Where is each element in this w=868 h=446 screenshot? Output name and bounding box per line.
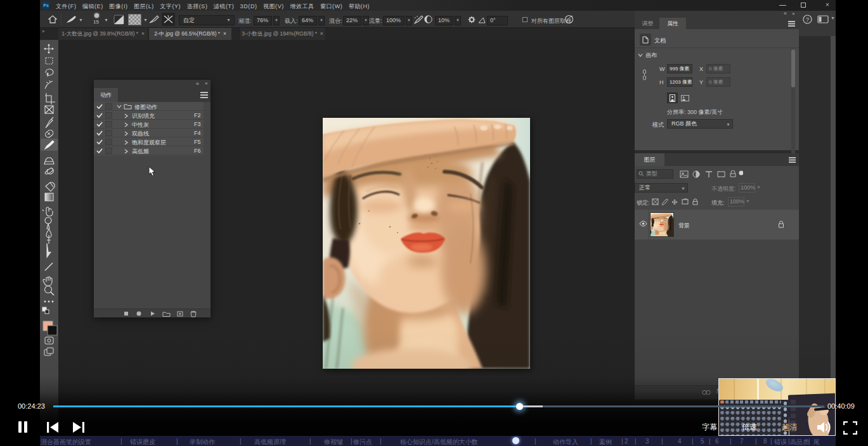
svg-text:?: ? [806,16,809,23]
